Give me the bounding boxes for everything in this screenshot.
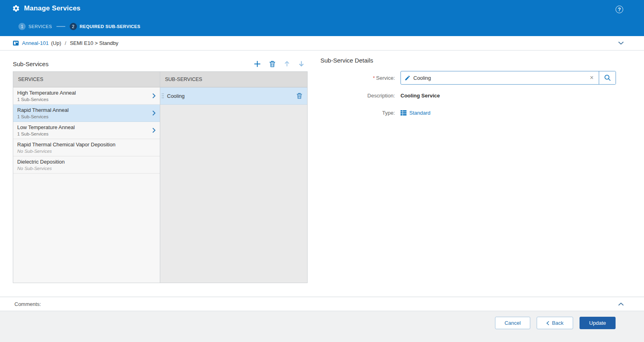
sub-services-column-body: Cooling: [160, 87, 307, 283]
type-label: Type:: [320, 110, 400, 116]
type-link[interactable]: Standard: [409, 110, 431, 116]
services-column-header: SERVICES: [13, 72, 160, 87]
sub-services-panel: Sub-Services SERVICES: [13, 57, 308, 283]
service-form-row: *Service: ×: [320, 71, 616, 85]
service-detail: 1 Sub-Services: [17, 131, 149, 137]
sub-services-panel-head: Sub-Services: [13, 57, 308, 71]
cancel-button-label: Cancel: [505, 320, 521, 326]
service-picker-field[interactable]: ×: [400, 71, 616, 85]
breadcrumb-state-path: SEMI E10 > Standby: [70, 40, 118, 46]
breadcrumb-up-link[interactable]: (Up): [51, 40, 61, 46]
service-name: Dielectric Deposition: [17, 159, 149, 165]
chevron-right-icon[interactable]: [152, 127, 156, 133]
move-down-button[interactable]: [298, 61, 304, 67]
type-table-icon: [400, 110, 407, 115]
service-row[interactable]: High Temperature Anneal 1 Sub-Services: [13, 87, 160, 105]
service-name: Rapid Thermal Anneal: [17, 107, 149, 113]
clear-field-icon[interactable]: ×: [585, 75, 599, 81]
services-gear-icon: [12, 4, 20, 12]
edit-pencil-icon: [401, 75, 413, 81]
header-title-row: Manage Services: [12, 4, 80, 12]
chevron-left-icon: [546, 321, 549, 326]
step-2-label[interactable]: REQUIRED SUB-SERVICES: [80, 24, 141, 29]
move-up-button[interactable]: [284, 61, 290, 67]
service-detail: No Sub-Services: [17, 166, 149, 171]
service-name: High Temperature Anneal: [17, 90, 149, 96]
sub-service-details-panel: Sub-Service Details *Service: × Descript…: [320, 57, 616, 116]
chevron-right-icon[interactable]: [152, 110, 156, 116]
step-1-circle[interactable]: 1: [18, 23, 26, 30]
comments-collapse-chevron-up-icon[interactable]: [618, 302, 624, 306]
services-table: SERVICES High Temperature Anneal 1 Sub-S…: [13, 71, 308, 283]
sub-services-column: SUB-SERVICES Cooling: [160, 71, 308, 283]
page-title: Manage Services: [24, 4, 80, 12]
row-delete-trash-icon[interactable]: [296, 93, 302, 99]
chevron-right-icon[interactable]: [152, 93, 156, 99]
search-service-button[interactable]: [599, 71, 616, 84]
sub-services-title: Sub-Services: [13, 61, 48, 67]
breadcrumb: Anneal-101 (Up) / SEMI E10 > Standby: [0, 36, 644, 51]
step-1-label[interactable]: SERVICES: [28, 24, 52, 29]
back-button-label: Back: [552, 320, 564, 326]
help-icon[interactable]: ?: [616, 6, 623, 13]
type-value[interactable]: Standard: [400, 110, 431, 116]
action-footer: Cancel Back Update: [0, 311, 644, 342]
step-2-circle[interactable]: 2: [70, 23, 77, 30]
comments-label: Comments:: [14, 301, 41, 307]
step-connector: [56, 26, 65, 27]
update-button[interactable]: Update: [580, 317, 616, 329]
sub-services-column-header: SUB-SERVICES: [160, 72, 307, 87]
service-row[interactable]: Rapid Thermal Chemical Vapor Deposition …: [13, 139, 160, 156]
description-value: Cooling Service: [400, 93, 440, 99]
breadcrumb-resource-link[interactable]: Anneal-101: [22, 40, 49, 46]
sub-service-name: Cooling: [167, 93, 296, 99]
service-label-text: Service:: [376, 75, 395, 81]
drag-handle-icon[interactable]: [161, 93, 164, 99]
breadcrumb-expand-chevron-down-icon[interactable]: [618, 41, 624, 45]
service-input[interactable]: [413, 75, 585, 81]
delete-sub-service-button[interactable]: [269, 61, 276, 67]
service-row[interactable]: Rapid Thermal Anneal 1 Sub-Services: [13, 105, 160, 122]
wizard-stepper: 1 SERVICES 2 REQUIRED SUB-SERVICES: [18, 23, 140, 30]
service-name: Rapid Thermal Chemical Vapor Deposition: [17, 142, 149, 148]
update-button-label: Update: [589, 320, 606, 326]
services-column: SERVICES High Temperature Anneal 1 Sub-S…: [13, 71, 160, 283]
service-row[interactable]: Dielectric Deposition No Sub-Services: [13, 156, 160, 174]
service-label: *Service:: [320, 75, 400, 81]
service-detail: No Sub-Services: [17, 148, 149, 154]
required-marker: *: [373, 75, 375, 81]
service-detail: 1 Sub-Services: [17, 97, 149, 102]
back-button[interactable]: Back: [537, 317, 573, 329]
sub-services-toolbar: [254, 61, 308, 67]
manage-services-window: Manage Services ? 1 SERVICES 2 REQUIRED …: [0, 0, 644, 342]
services-column-body: High Temperature Anneal 1 Sub-Services R…: [13, 87, 160, 283]
description-label: Description:: [320, 93, 400, 99]
resource-icon: [13, 40, 19, 46]
breadcrumb-separator: /: [65, 40, 66, 46]
cancel-button[interactable]: Cancel: [495, 317, 530, 329]
app-header: Manage Services ? 1 SERVICES 2 REQUIRED …: [0, 0, 644, 36]
sub-service-row[interactable]: Cooling: [160, 87, 307, 105]
comments-bar[interactable]: Comments:: [0, 297, 644, 311]
service-name: Low Temperature Anneal: [17, 124, 149, 131]
type-form-row: Type: Standard: [320, 110, 616, 116]
add-sub-service-button[interactable]: [254, 61, 261, 67]
details-title: Sub-Service Details: [320, 57, 616, 64]
description-form-row: Description: Cooling Service: [320, 93, 616, 99]
service-row[interactable]: Low Temperature Anneal 1 Sub-Services: [13, 122, 160, 139]
service-detail: 1 Sub-Services: [17, 114, 149, 119]
